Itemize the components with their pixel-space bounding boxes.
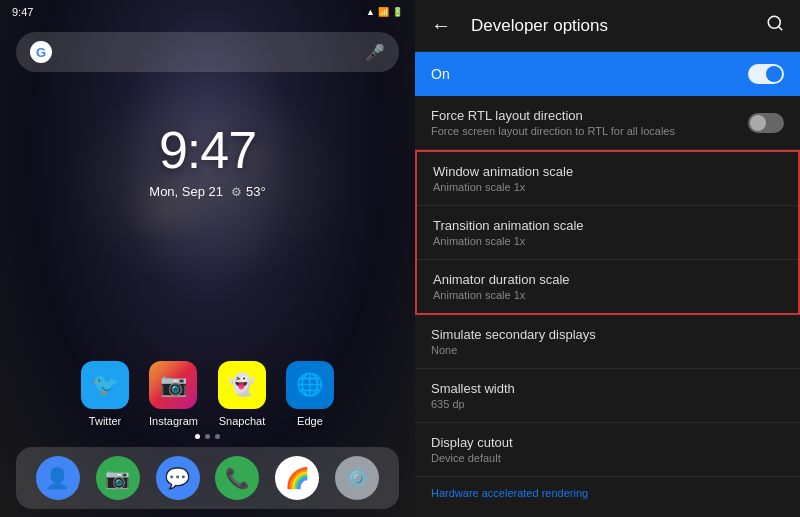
mic-icon[interactable]: 🎤 [365, 43, 385, 62]
edge-label: Edge [297, 415, 323, 427]
smallest-width-info: Smallest width 635 dp [431, 381, 784, 410]
animator-duration-row[interactable]: Animator duration scale Animation scale … [417, 260, 798, 313]
dot-1 [195, 434, 200, 439]
force-rtl-thumb [750, 115, 766, 131]
animator-duration-title: Animator duration scale [433, 272, 782, 287]
dock-phone[interactable]: 📞 [215, 456, 259, 500]
wifi-icon: ▲ [366, 7, 375, 17]
transition-anim-row[interactable]: Transition animation scale Animation sca… [417, 206, 798, 260]
clock-date: Mon, Sep 21 ⚙ 53° [0, 184, 415, 199]
twitter-label: Twitter [89, 415, 121, 427]
window-anim-subtitle: Animation scale 1x [433, 181, 782, 193]
clock-time: 9:47 [0, 120, 415, 180]
dot-3 [215, 434, 220, 439]
window-anim-info: Window animation scale Animation scale 1… [433, 164, 782, 193]
on-label: On [431, 66, 450, 82]
app-edge[interactable]: 🌐 Edge [286, 361, 334, 427]
snapchat-label: Snapchat [219, 415, 265, 427]
display-cutout-info: Display cutout Device default [431, 435, 784, 464]
page-title: Developer options [471, 16, 746, 36]
instagram-label: Instagram [149, 415, 198, 427]
display-cutout-title: Display cutout [431, 435, 784, 450]
animator-duration-subtitle: Animation scale 1x [433, 289, 782, 301]
weather-icon: ⚙ [231, 185, 242, 199]
search-bar[interactable]: G 🎤 [16, 32, 399, 72]
google-logo: G [30, 41, 52, 63]
dock-camera[interactable]: 📷 [96, 456, 140, 500]
instagram-icon: 📷 [149, 361, 197, 409]
search-button[interactable] [758, 6, 792, 45]
on-toggle[interactable] [748, 64, 784, 84]
transition-anim-title: Transition animation scale [433, 218, 782, 233]
smallest-width-row[interactable]: Smallest width 635 dp [415, 369, 800, 423]
simulate-displays-title: Simulate secondary displays [431, 327, 784, 342]
clock-widget: 9:47 Mon, Sep 21 ⚙ 53° [0, 120, 415, 199]
app-twitter[interactable]: 🐦 Twitter [81, 361, 129, 427]
app-instagram[interactable]: 📷 Instagram [149, 361, 198, 427]
snapchat-icon: 👻 [218, 361, 266, 409]
battery-icon: 🔋 [392, 7, 403, 17]
simulate-displays-row[interactable]: Simulate secondary displays None [415, 315, 800, 369]
force-rtl-toggle[interactable] [748, 113, 784, 133]
hw-rendering-section-label: Hardware accelerated rendering [415, 477, 800, 503]
dock-photos[interactable]: 🌈 [275, 456, 319, 500]
home-screen: 9:47 ▲ 📶 🔋 G 🎤 9:47 Mon, Sep 21 ⚙ 53° 🐦 … [0, 0, 415, 517]
status-icons: ▲ 📶 🔋 [366, 7, 403, 17]
force-rtl-title: Force RTL layout direction [431, 108, 748, 123]
dock: 👤 📷 💬 📞 🌈 ⚙️ [16, 447, 399, 509]
app-grid: 🐦 Twitter 📷 Instagram 👻 Snapchat 🌐 Edge [0, 361, 415, 427]
toggle-thumb [766, 66, 782, 82]
signal-icon: 📶 [378, 7, 389, 17]
smallest-width-title: Smallest width [431, 381, 784, 396]
animation-scale-group: Window animation scale Animation scale 1… [415, 150, 800, 315]
force-rtl-info: Force RTL layout direction Force screen … [431, 108, 748, 137]
transition-anim-subtitle: Animation scale 1x [433, 235, 782, 247]
force-rtl-row[interactable]: Force RTL layout direction Force screen … [415, 96, 800, 150]
on-toggle-row[interactable]: On [415, 52, 800, 96]
dock-messages[interactable]: 💬 [156, 456, 200, 500]
transition-anim-info: Transition animation scale Animation sca… [433, 218, 782, 247]
twitter-icon: 🐦 [81, 361, 129, 409]
status-time: 9:47 [12, 6, 33, 18]
page-dots [0, 434, 415, 439]
app-snapchat[interactable]: 👻 Snapchat [218, 361, 266, 427]
back-button[interactable]: ← [423, 6, 459, 45]
dev-options-content: On Force RTL layout direction Force scre… [415, 52, 800, 517]
simulate-displays-subtitle: None [431, 344, 784, 356]
animator-duration-info: Animator duration scale Animation scale … [433, 272, 782, 301]
wallpaper [0, 0, 415, 517]
window-anim-row[interactable]: Window animation scale Animation scale 1… [417, 152, 798, 206]
svg-line-1 [778, 26, 781, 29]
developer-options-panel: ← Developer options On Force RTL layout … [415, 0, 800, 517]
simulate-displays-info: Simulate secondary displays None [431, 327, 784, 356]
force-rtl-subtitle: Force screen layout direction to RTL for… [431, 125, 748, 137]
display-cutout-row[interactable]: Display cutout Device default [415, 423, 800, 477]
display-cutout-subtitle: Device default [431, 452, 784, 464]
dot-2 [205, 434, 210, 439]
smallest-width-subtitle: 635 dp [431, 398, 784, 410]
dev-options-header: ← Developer options [415, 0, 800, 52]
window-anim-title: Window animation scale [433, 164, 782, 179]
show-view-updates-row[interactable]: Show view updates Flash views inside win… [415, 503, 800, 517]
edge-icon: 🌐 [286, 361, 334, 409]
dock-contacts[interactable]: 👤 [36, 456, 80, 500]
status-bar: 9:47 ▲ 📶 🔋 [0, 0, 415, 24]
dock-settings[interactable]: ⚙️ [335, 456, 379, 500]
